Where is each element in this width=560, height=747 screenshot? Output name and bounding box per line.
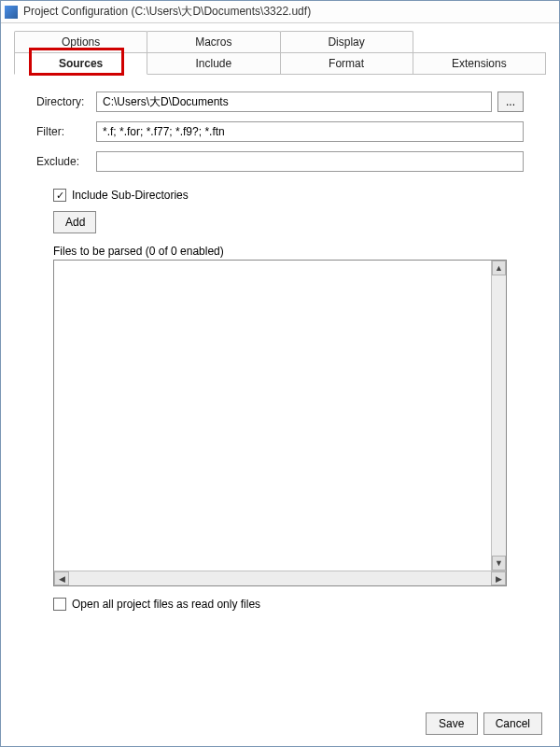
tab-options[interactable]: Options — [14, 31, 147, 53]
tab-display[interactable]: Display — [280, 31, 413, 53]
tabs-container: Options Macros Display Sources Include F… — [1, 23, 559, 75]
directory-label: Directory: — [36, 95, 96, 108]
directory-input[interactable] — [96, 92, 492, 112]
directory-row: Directory: ... — [36, 92, 524, 112]
filter-label: Filter: — [36, 125, 96, 138]
filter-row: Filter: — [36, 121, 524, 142]
browse-button[interactable]: ... — [497, 92, 524, 112]
project-config-window: Project Configuration (C:\Users\大D\Docum… — [0, 0, 560, 747]
include-subdirs-checkbox[interactable]: ✓ — [53, 189, 66, 202]
tab-row-2: Sources Include Format Extensions — [14, 52, 546, 75]
scroll-up-icon[interactable]: ▲ — [492, 261, 506, 275]
save-button[interactable]: Save — [426, 712, 478, 735]
tab-content: Directory: ... Filter: Exclude: ✓ Includ… — [14, 74, 546, 696]
scroll-left-icon[interactable]: ◀ — [54, 571, 69, 585]
titlebar: Project Configuration (C:\Users\大D\Docum… — [1, 1, 559, 23]
cancel-button[interactable]: Cancel — [483, 712, 542, 735]
open-readonly-row[interactable]: Open all project files as read only file… — [53, 598, 524, 611]
footer-buttons: Save Cancel — [1, 696, 559, 746]
exclude-input[interactable] — [96, 151, 524, 172]
files-parsed-label: Files to be parsed (0 of 0 enabled) — [53, 245, 524, 258]
tab-include[interactable]: Include — [147, 52, 280, 75]
open-readonly-label: Open all project files as read only file… — [72, 598, 260, 611]
include-subdirs-row[interactable]: ✓ Include Sub-Directories — [53, 189, 524, 202]
window-title: Project Configuration (C:\Users\大D\Docum… — [23, 4, 311, 20]
tab-format[interactable]: Format — [280, 52, 413, 75]
scroll-down-icon[interactable]: ▼ — [492, 556, 506, 571]
tab-sources[interactable]: Sources — [14, 52, 147, 75]
exclude-row: Exclude: — [36, 151, 524, 172]
tab-row-1: Options Macros Display — [14, 31, 546, 53]
horizontal-scrollbar[interactable]: ◀ ▶ — [54, 571, 506, 585]
add-button[interactable]: Add — [53, 211, 96, 233]
tab-extensions[interactable]: Extensions — [413, 52, 546, 75]
open-readonly-checkbox[interactable] — [53, 598, 66, 611]
include-subdirs-label: Include Sub-Directories — [72, 189, 189, 202]
app-icon — [5, 6, 18, 19]
vertical-scrollbar[interactable]: ▲ ▼ — [491, 261, 506, 571]
scroll-right-icon[interactable]: ▶ — [491, 571, 506, 585]
filter-input[interactable] — [96, 121, 524, 142]
tab-macros[interactable]: Macros — [147, 31, 280, 53]
files-listbox[interactable]: ▲ ▼ ◀ ▶ — [53, 260, 507, 586]
exclude-label: Exclude: — [36, 155, 96, 168]
files-listbox-inner: ▲ ▼ — [54, 261, 506, 571]
